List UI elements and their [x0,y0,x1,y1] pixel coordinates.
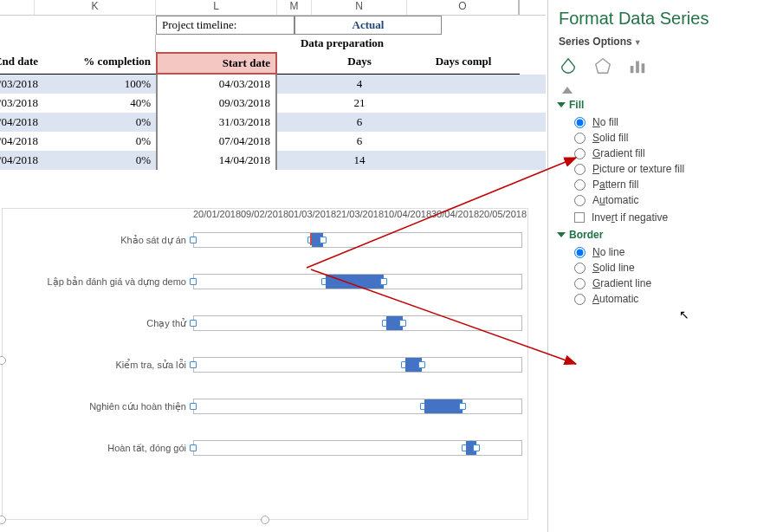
gantt-task-row[interactable]: Chạy thử [3,302,527,344]
header-pct[interactable]: % completion [43,52,156,75]
border-none-radio[interactable]: No line [574,246,760,258]
svg-marker-0 [596,59,611,74]
mouse-cursor-icon: ↖ [679,308,689,321]
chart-resize-handle[interactable] [0,516,6,524]
chart-resize-handle[interactable] [261,516,269,524]
col-k[interactable]: K [35,0,156,15]
series-options-dropdown[interactable]: Series Options▼ [559,36,760,48]
effects-icon[interactable] [593,56,612,78]
task-label: Nghiên cứu hoàn thiện [3,401,193,412]
col-o[interactable]: O [407,0,520,15]
table-row[interactable]: 08/03/2018100%04/03/20184 [0,75,546,94]
invert-if-negative-check[interactable]: Invert if negative [574,211,760,224]
header-end-date[interactable]: End date [0,52,43,75]
border-section-header[interactable]: Border [559,229,760,241]
border-gradient-radio[interactable]: Gradient line [574,277,760,289]
fill-section-header[interactable]: Fill [559,99,760,111]
tab-indicator-icon [562,87,573,94]
gantt-task-row[interactable]: Kiểm tra, sửa lỗi [3,344,527,386]
task-label: Khảo sát dự án [3,235,193,246]
task-label: Lập bản đánh giá và dựng demo [3,276,193,288]
col-j[interactable]: J [0,0,35,15]
pane-title: Format Data Series [559,9,760,29]
col-n[interactable]: N [312,0,407,15]
svg-rect-2 [636,62,639,74]
gantt-task-row[interactable]: Nghiên cứu hoàn thiện [3,386,527,427]
gantt-task-row[interactable]: Lập bản đánh giá và dựng demo [3,261,527,302]
gantt-chart[interactable]: 20/01/201809/02/201801/03/201821/03/2018… [2,208,528,520]
fill-pattern-radio[interactable]: Pattern fill [574,178,760,191]
col-m[interactable]: M [277,0,312,15]
header-days-compl[interactable]: Days compl [407,52,520,75]
gantt-task-row[interactable]: Khảo sát dự án [3,219,527,261]
task-label: Kiểm tra, sửa lỗi [3,360,193,371]
project-timeline-label[interactable]: Project timeline: [156,16,294,35]
task-bar[interactable] [326,275,384,289]
col-l[interactable]: L [156,0,277,15]
fill-auto-radio[interactable]: Automatic [574,194,760,206]
column-letters: J K L M N O [0,0,546,16]
table-row[interactable]: 30/03/201840%09/03/201821 [0,94,546,113]
task-label: Chạy thử [3,318,193,329]
section-title[interactable]: Data preparation [156,35,528,52]
header-days[interactable]: Days [312,52,407,75]
project-timeline-value[interactable]: Actual [294,16,442,35]
series-options-icon[interactable] [628,56,647,78]
fill-line-icon[interactable] [559,56,578,78]
task-label: Hoàn tất, đóng gói [3,443,193,454]
border-solid-radio[interactable]: Solid line [574,262,760,274]
section-left[interactable]: al [0,35,156,52]
border-auto-radio[interactable]: Automatic [574,293,760,305]
chevron-down-icon: ▼ [634,38,642,47]
fill-solid-radio[interactable]: Solid fill [574,132,760,144]
chart-x-axis: 20/01/201809/02/201801/03/201821/03/2018… [193,209,527,219]
header-start-date[interactable]: Start date [156,52,277,75]
svg-rect-1 [631,66,634,73]
gantt-task-row[interactable]: Hoàn tất, đóng gói [3,427,527,469]
table-row[interactable]: 28/04/20180%14/04/201814 [0,151,546,170]
fill-none-radio[interactable]: No fill [574,116,760,128]
fill-gradient-radio[interactable]: Gradient fill [574,147,760,159]
task-bar[interactable] [424,399,463,413]
table-row[interactable]: 06/04/20180%31/03/20186 [0,113,546,132]
fill-picture-radio[interactable]: Picture or texture fill [574,163,760,175]
table-row[interactable]: 13/04/20180%07/04/20186 [0,132,546,151]
svg-rect-3 [642,63,645,73]
format-data-series-pane: Format Data Series Series Options▼ Fill … [547,0,770,532]
